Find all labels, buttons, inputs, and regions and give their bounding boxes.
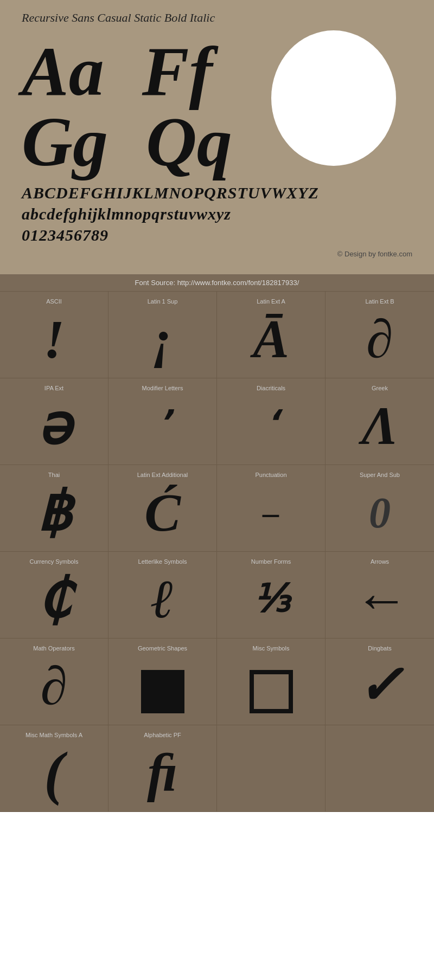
glyph-char-superandsub: 0 (330, 482, 430, 543)
glyph-label-arrows: Arrows (371, 558, 389, 565)
glyph-label-mathoperators: Math Operators (33, 645, 74, 652)
glyph-cell-latin1sup: Latin 1 Sup ¡ (108, 292, 217, 378)
glyph-grid: ASCII ! Latin 1 Sup ¡ Latin Ext A Ā Lati… (0, 291, 434, 812)
glyph-label-currencysymbols: Currency Symbols (30, 558, 79, 565)
glyph-label-numberforms: Number Forms (251, 558, 291, 565)
glyph-char-thai: ฿ (4, 482, 104, 543)
glyph-label-letterlikesymbols: Letterlike Symbols (138, 558, 187, 565)
design-credit: © Design by fontke.com (22, 250, 412, 258)
glyph-cell-superandsub: Super And Sub 0 (326, 465, 434, 552)
glyph-char-dingbats: ✓ (330, 656, 430, 716)
glyph-label-latinexta: Latin Ext A (257, 298, 285, 305)
glyph-label-thai: Thai (48, 472, 60, 478)
glyph-char-latinextb: ∂ (330, 309, 430, 369)
glyph-label-ascii: ASCII (46, 298, 62, 305)
glyph-label-alphabeticpf: Alphabetic PF (144, 732, 181, 738)
glyph-cell-letterlikesymbols: Letterlike Symbols ℓ (108, 552, 217, 639)
big-letter-aa: Aa (22, 36, 104, 106)
glyph-char-miscsymbols (221, 656, 321, 716)
glyph-label-greek: Greek (372, 385, 388, 391)
big-letter-qq: Qq (146, 106, 232, 177)
font-title: Recursive Sans Casual Static Bold Italic (22, 11, 412, 25)
glyph-char-ascii: ! (4, 309, 104, 369)
glyphs-section: ASCII ! Latin 1 Sup ¡ Latin Ext A Ā Lati… (0, 291, 434, 812)
glyph-label-latinextb: Latin Ext B (365, 298, 394, 305)
glyph-char-letterlikesymbols: ℓ (113, 569, 212, 629)
glyph-char-latin1sup: ¡ (113, 309, 212, 369)
glyph-char-ipaext: ə (4, 396, 104, 456)
glyph-cell-thai: Thai ฿ (0, 465, 108, 552)
alphabet-section: ABCDEFGHIJKLMNOPQRSTUVWXYZ abcdefghijklm… (22, 182, 412, 246)
glyph-label-superandsub: Super And Sub (360, 472, 400, 478)
big-letter-ff: Ff (142, 36, 213, 106)
glyph-cell-greek: Greek Λ (326, 378, 434, 465)
glyph-label-diacriticals: Diacriticals (257, 385, 285, 391)
glyph-char-miscmathsymbolsa: ( (4, 743, 104, 803)
letters-left: Aa Ff Gg Qq (22, 36, 248, 177)
glyph-label-punctuation: Punctuation (255, 472, 286, 478)
glyph-char-greek: Λ (330, 396, 430, 456)
square-solid-icon (141, 670, 184, 713)
square-outline-icon (250, 670, 293, 713)
glyph-cell-latinextadditional: Latin Ext Additional Ć (108, 465, 217, 552)
big-letter-white-a: a (307, 44, 361, 152)
glyph-cell-geometricshapes: Geometric Shapes (108, 639, 217, 725)
glyph-cell-dingbats: Dingbats ✓ (326, 639, 434, 725)
font-source-bar: Font Source: http://www.fontke.com/font/… (0, 274, 434, 291)
glyph-char-alphabeticpf: ﬁ (113, 743, 212, 803)
glyph-cell-diacriticals: Diacriticals ʻ (217, 378, 326, 465)
alphabet-lower: abcdefghijklmnopqrstuvwxyz (22, 203, 412, 224)
glyph-label-ipaext: IPA Ext (44, 385, 63, 391)
glyph-cell-punctuation: Punctuation – (217, 465, 326, 552)
glyph-char-numberforms: ⅓ (221, 569, 321, 629)
alphabet-upper: ABCDEFGHIJKLMNOPQRSTUVWXYZ (22, 182, 412, 203)
glyph-label-miscsymbols: Misc Symbols (253, 645, 290, 652)
glyph-cell-empty2 (326, 725, 434, 812)
digits: 0123456789 (22, 224, 412, 246)
top-section: Recursive Sans Casual Static Bold Italic… (0, 0, 434, 274)
glyph-cell-latinexta: Latin Ext A Ā (217, 292, 326, 378)
glyph-cell-latinextb: Latin Ext B ∂ (326, 292, 434, 378)
glyph-cell-empty1 (217, 725, 326, 812)
glyph-char-mathoperators: ∂ (4, 656, 104, 716)
glyph-cell-miscsymbols: Misc Symbols (217, 639, 326, 725)
big-letters-container: Aa Ff Gg Qq a (22, 36, 412, 177)
glyph-char-currencysymbols: ₵ (4, 569, 104, 629)
glyph-label-latin1sup: Latin 1 Sup (148, 298, 178, 305)
glyph-cell-currencysymbols: Currency Symbols ₵ (0, 552, 108, 639)
glyph-cell-arrows: Arrows ← (326, 552, 434, 639)
glyph-char-latinexta: Ā (221, 309, 321, 369)
glyph-label-latinextadditional: Latin Ext Additional (137, 472, 188, 478)
glyph-cell-miscmathsymbolsa: Misc Math Symbols A ( (0, 725, 108, 812)
glyph-char-latinextadditional: Ć (113, 482, 212, 543)
glyph-char-diacriticals: ʻ (221, 396, 321, 456)
glyph-label-modifierletters: Modifier Letters (142, 385, 183, 391)
glyph-char-punctuation: – (221, 482, 321, 543)
big-letter-gg: Gg (22, 106, 108, 177)
glyph-cell-numberforms: Number Forms ⅓ (217, 552, 326, 639)
glyph-cell-alphabeticpf: Alphabetic PF ﬁ (108, 725, 217, 812)
glyph-label-geometricshapes: Geometric Shapes (138, 645, 187, 652)
glyph-cell-mathoperators: Math Operators ∂ (0, 639, 108, 725)
glyph-cell-ascii: ASCII ! (0, 292, 108, 378)
glyph-char-modifierletters: ʼ (113, 396, 212, 456)
glyph-label-dingbats: Dingbats (368, 645, 391, 652)
glyph-label-miscmathsymbolsa: Misc Math Symbols A (25, 732, 82, 738)
glyph-cell-ipaext: IPA Ext ə (0, 378, 108, 465)
white-oval: a (271, 30, 396, 166)
glyph-char-arrows: ← (330, 569, 430, 629)
glyph-char-geometricshapes (113, 656, 212, 716)
glyph-cell-modifierletters: Modifier Letters ʼ (108, 378, 217, 465)
